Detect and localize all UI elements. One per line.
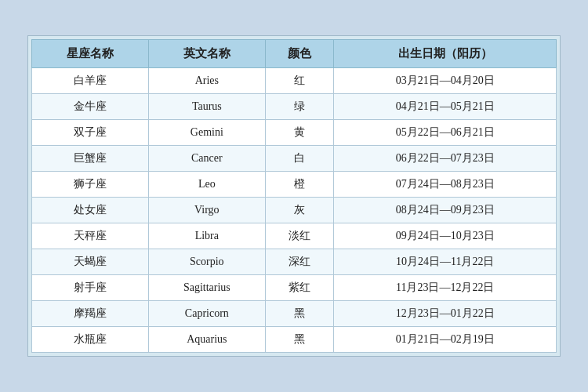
cell-5-0: 处女座 bbox=[32, 198, 149, 223]
cell-2-2: 黄 bbox=[265, 120, 334, 146]
cell-9-2: 黑 bbox=[265, 301, 334, 327]
cell-9-0: 摩羯座 bbox=[32, 301, 149, 327]
cell-5-2: 灰 bbox=[265, 198, 334, 223]
cell-1-1: Taurus bbox=[148, 94, 265, 120]
cell-7-2: 深红 bbox=[265, 249, 334, 275]
table-header-row: 星座名称 英文名称 颜色 出生日期（阳历） bbox=[32, 40, 557, 68]
cell-10-2: 黑 bbox=[265, 327, 334, 353]
table-row: 巨蟹座Cancer白06月22日—07月23日 bbox=[32, 146, 557, 172]
cell-2-0: 双子座 bbox=[32, 120, 149, 146]
cell-0-2: 红 bbox=[265, 68, 334, 94]
col-header-color: 颜色 bbox=[265, 40, 334, 68]
cell-7-1: Scorpio bbox=[148, 249, 265, 275]
col-header-dates: 出生日期（阳历） bbox=[334, 40, 557, 68]
cell-9-1: Capricorn bbox=[148, 301, 265, 327]
cell-0-3: 03月21日—04月20日 bbox=[334, 68, 557, 94]
zodiac-table-container: 星座名称 英文名称 颜色 出生日期（阳历） 白羊座Aries红03月21日—04… bbox=[27, 35, 561, 357]
cell-4-1: Leo bbox=[148, 172, 265, 198]
table-row: 金牛座Taurus绿04月21日—05月21日 bbox=[32, 94, 557, 120]
table-row: 狮子座Leo橙07月24日—08月23日 bbox=[32, 172, 557, 198]
cell-9-3: 12月23日—01月22日 bbox=[334, 301, 557, 327]
cell-7-0: 天蝎座 bbox=[32, 249, 149, 275]
cell-6-2: 淡红 bbox=[265, 223, 334, 249]
cell-2-1: Gemini bbox=[148, 120, 265, 146]
cell-8-2: 紫红 bbox=[265, 275, 334, 301]
cell-2-3: 05月22日—06月21日 bbox=[334, 120, 557, 146]
cell-0-1: Aries bbox=[148, 68, 265, 94]
cell-3-1: Cancer bbox=[148, 146, 265, 172]
col-header-english: 英文名称 bbox=[148, 40, 265, 68]
cell-3-0: 巨蟹座 bbox=[32, 146, 149, 172]
cell-3-3: 06月22日—07月23日 bbox=[334, 146, 557, 172]
cell-6-1: Libra bbox=[148, 223, 265, 249]
cell-8-1: Sagittarius bbox=[148, 275, 265, 301]
col-header-chinese: 星座名称 bbox=[32, 40, 149, 68]
cell-10-0: 水瓶座 bbox=[32, 327, 149, 353]
table-row: 天蝎座Scorpio深红10月24日—11月22日 bbox=[32, 249, 557, 275]
cell-5-3: 08月24日—09月23日 bbox=[334, 198, 557, 223]
table-row: 双子座Gemini黄05月22日—06月21日 bbox=[32, 120, 557, 146]
table-row: 水瓶座Aquarius黑01月21日—02月19日 bbox=[32, 327, 557, 353]
table-row: 射手座Sagittarius紫红11月23日—12月22日 bbox=[32, 275, 557, 301]
cell-4-2: 橙 bbox=[265, 172, 334, 198]
table-row: 处女座Virgo灰08月24日—09月23日 bbox=[32, 198, 557, 223]
cell-10-1: Aquarius bbox=[148, 327, 265, 353]
cell-0-0: 白羊座 bbox=[32, 68, 149, 94]
cell-4-0: 狮子座 bbox=[32, 172, 149, 198]
table-row: 摩羯座Capricorn黑12月23日—01月22日 bbox=[32, 301, 557, 327]
cell-10-3: 01月21日—02月19日 bbox=[334, 327, 557, 353]
cell-6-0: 天秤座 bbox=[32, 223, 149, 249]
cell-1-3: 04月21日—05月21日 bbox=[334, 94, 557, 120]
cell-5-1: Virgo bbox=[148, 198, 265, 223]
cell-8-0: 射手座 bbox=[32, 275, 149, 301]
cell-1-0: 金牛座 bbox=[32, 94, 149, 120]
cell-6-3: 09月24日—10月23日 bbox=[334, 223, 557, 249]
cell-3-2: 白 bbox=[265, 146, 334, 172]
zodiac-table: 星座名称 英文名称 颜色 出生日期（阳历） 白羊座Aries红03月21日—04… bbox=[31, 39, 557, 353]
cell-7-3: 10月24日—11月22日 bbox=[334, 249, 557, 275]
cell-8-3: 11月23日—12月22日 bbox=[334, 275, 557, 301]
table-row: 白羊座Aries红03月21日—04月20日 bbox=[32, 68, 557, 94]
cell-1-2: 绿 bbox=[265, 94, 334, 120]
table-row: 天秤座Libra淡红09月24日—10月23日 bbox=[32, 223, 557, 249]
cell-4-3: 07月24日—08月23日 bbox=[334, 172, 557, 198]
